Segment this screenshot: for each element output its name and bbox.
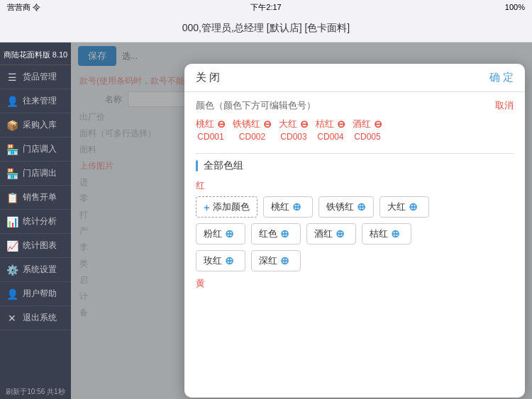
dahong-plus-icon: ⊕ xyxy=(409,201,418,213)
select-jiuhong2-button[interactable]: 酒红 ⊕ xyxy=(306,223,356,245)
sidebar-item-settings[interactable]: ⚙️ 系统设置 xyxy=(0,258,71,282)
sidebar-item-stats[interactable]: 📊 统计分析 xyxy=(0,210,71,234)
color-chip-jiuhong-code: CD005 xyxy=(354,132,380,142)
color-chip-jiuhong-row: 酒红 ⊖ xyxy=(353,118,382,130)
dahong-btn-label: 大红 xyxy=(387,201,406,213)
remove-dahong-button[interactable]: ⊖ xyxy=(300,118,309,130)
color-chip-taohong-row: 桃红 ⊖ xyxy=(196,118,226,130)
hongse-btn-label: 红色 xyxy=(259,227,277,240)
app-header: 000,管理员,总经理 [默认店] [色卡面料] xyxy=(0,14,532,43)
hongse-plus-icon: ⊕ xyxy=(280,227,289,240)
status-left: 营营商 令 xyxy=(7,2,40,13)
sidebar-item-visits[interactable]: 👤 往来管理 xyxy=(0,89,71,113)
taohong-plus-icon: ⊕ xyxy=(292,201,301,213)
add-color-label: 添加颜色 xyxy=(213,201,250,213)
color-chip-dahong-code: CD003 xyxy=(280,132,306,142)
color-chip-jiuhong: 酒红 ⊖ CD005 xyxy=(353,118,382,142)
help-icon: 👤 xyxy=(6,288,18,300)
group-title: 全部色组 xyxy=(204,159,243,172)
select-hongse-button[interactable]: 红色 ⊕ xyxy=(251,223,301,245)
goods-icon: ☰ xyxy=(6,72,18,83)
group-header: 全部色组 xyxy=(196,159,514,172)
logout-icon: ✕ xyxy=(6,313,18,324)
remove-tiexiuhong-button[interactable]: ⊖ xyxy=(263,118,272,130)
color-dialog: 关 闭 确 定 颜色（颜色下方可编辑色号） 取消 xyxy=(184,64,525,398)
sidebar-item-logout-label: 退出系统 xyxy=(23,312,57,324)
color-chip-dahong-name: 大红 xyxy=(279,118,297,130)
color-chip-tiexiuhong-name: 铁锈红 xyxy=(233,118,260,130)
remove-taohong-button[interactable]: ⊖ xyxy=(217,118,226,130)
main-panel: 保存 选... 款号(使用条码时，款号不能有中文) 名称 出厂价 面料（可多行选… xyxy=(71,43,532,399)
select-tiexiuhong-button[interactable]: 铁锈红 ⊕ xyxy=(318,196,374,218)
transfer-out-icon: 🏪 xyxy=(6,168,18,179)
jiuhong2-btn-label: 酒红 xyxy=(314,227,333,240)
color-chip-tiexiuhong-row: 铁锈红 ⊖ xyxy=(233,118,272,130)
sidebar-item-purchase[interactable]: 📦 采购入库 xyxy=(0,113,71,137)
color-groups: 全部色组 红 + 添加颜色 桃红 ⊕ xyxy=(196,159,514,290)
sidebar-item-charts[interactable]: 📈 统计图表 xyxy=(0,234,71,258)
sidebar-item-transfer-in-label: 门店调入 xyxy=(23,143,57,155)
sub-group-yellow-label: 黄 xyxy=(196,277,514,290)
sidebar-item-help[interactable]: 👤 用户帮助 xyxy=(0,282,71,306)
status-time: 下午2:17 xyxy=(250,2,281,13)
sidebar-item-logout[interactable]: ✕ 退出系统 xyxy=(0,306,71,330)
dialog-close-button[interactable]: 关 闭 xyxy=(196,71,220,84)
select-juhong2-button[interactable]: 桔红 ⊕ xyxy=(362,223,411,245)
sidebar-item-settings-label: 系统设置 xyxy=(23,264,57,276)
visits-icon: 👤 xyxy=(6,96,18,107)
divider xyxy=(196,153,514,154)
color-chip-juhong: 桔红 ⊖ CD004 xyxy=(316,118,345,142)
dialog-body: 颜色（颜色下方可编辑色号） 取消 桃红 ⊖ CD001 xyxy=(184,92,525,398)
sidebar-item-transfer-out-label: 门店调出 xyxy=(23,167,57,179)
add-color-button[interactable]: + 添加颜色 xyxy=(196,196,257,218)
sidebar-item-transfer-in[interactable]: 🏪 门店调入 xyxy=(0,137,71,162)
tiexiuhong-plus-icon: ⊕ xyxy=(357,201,366,213)
stats-icon: 📊 xyxy=(6,216,18,227)
color-section-header: 颜色（颜色下方可编辑色号） 取消 xyxy=(196,99,514,112)
sidebar-footer: 刷新于10:56 共1秒 页/客: 3/0/85 xyxy=(0,382,71,399)
sidebar: 商陆花面料版 8.10 ☰ 货品管理 👤 往来管理 📦 采购入库 🏪 门店调入 … xyxy=(0,43,71,399)
group-indicator xyxy=(196,160,198,172)
fenhong-plus-icon: ⊕ xyxy=(225,227,234,240)
sidebar-item-transfer-out[interactable]: 🏪 门店调出 xyxy=(0,162,71,186)
color-buttons-row3: 玫红 ⊕ 深红 ⊕ xyxy=(196,250,514,271)
sales-icon: 📋 xyxy=(6,192,18,203)
color-chip-taohong: 桃红 ⊖ CD001 xyxy=(196,118,226,142)
status-bar: 营营商 令 下午2:17 100% xyxy=(0,0,532,14)
sidebar-item-stats-label: 统计分析 xyxy=(23,215,57,227)
juhong2-plus-icon: ⊕ xyxy=(391,227,400,240)
carrier-text: 营营商 令 xyxy=(7,2,40,13)
meihong-btn-label: 玫红 xyxy=(204,254,222,267)
transfer-in-icon: 🏪 xyxy=(6,144,18,155)
settings-icon: ⚙️ xyxy=(6,264,18,276)
color-chip-jiuhong-name: 酒红 xyxy=(353,118,371,130)
add-icon: + xyxy=(204,201,210,213)
color-buttons-row1: + 添加颜色 桃红 ⊕ 铁锈红 ⊕ xyxy=(196,196,514,218)
select-taohong-button[interactable]: 桃红 ⊕ xyxy=(263,196,313,218)
select-dahong-button[interactable]: 大红 ⊕ xyxy=(379,196,429,218)
sidebar-item-sales[interactable]: 📋 销售开单 xyxy=(0,186,71,210)
remove-jiuhong-button[interactable]: ⊖ xyxy=(374,118,382,130)
remove-juhong-button[interactable]: ⊖ xyxy=(337,118,345,130)
color-chip-juhong-name: 桔红 xyxy=(316,118,334,130)
color-section-label: 颜色（颜色下方可编辑色号） xyxy=(196,99,316,112)
color-chip-taohong-code: CD001 xyxy=(197,132,223,142)
sub-group-red-label: 红 xyxy=(196,179,514,192)
cancel-link[interactable]: 取消 xyxy=(495,99,514,112)
color-chip-tiexiuhong-code: CD002 xyxy=(239,132,265,142)
battery-text: 100% xyxy=(505,3,525,11)
sidebar-item-charts-label: 统计图表 xyxy=(23,240,57,252)
status-right: 100% xyxy=(505,3,525,11)
sidebar-brand: 商陆花面料版 8.10 xyxy=(0,45,71,65)
purchase-icon: 📦 xyxy=(6,120,18,131)
select-fenhong-button[interactable]: 粉红 ⊕ xyxy=(196,223,245,245)
dialog-confirm-button[interactable]: 确 定 xyxy=(489,71,514,84)
select-shenhong-button[interactable]: 深红 ⊕ xyxy=(251,250,301,271)
sidebar-item-sales-label: 销售开单 xyxy=(23,191,57,203)
jiuhong2-plus-icon: ⊕ xyxy=(336,227,345,240)
meihong-plus-icon: ⊕ xyxy=(225,254,234,267)
dialog-header: 关 闭 确 定 xyxy=(184,64,525,92)
fenhong-btn-label: 粉红 xyxy=(204,227,222,240)
sidebar-item-goods[interactable]: ☰ 货品管理 xyxy=(0,65,71,89)
select-meihong-button[interactable]: 玫红 ⊕ xyxy=(196,250,245,271)
